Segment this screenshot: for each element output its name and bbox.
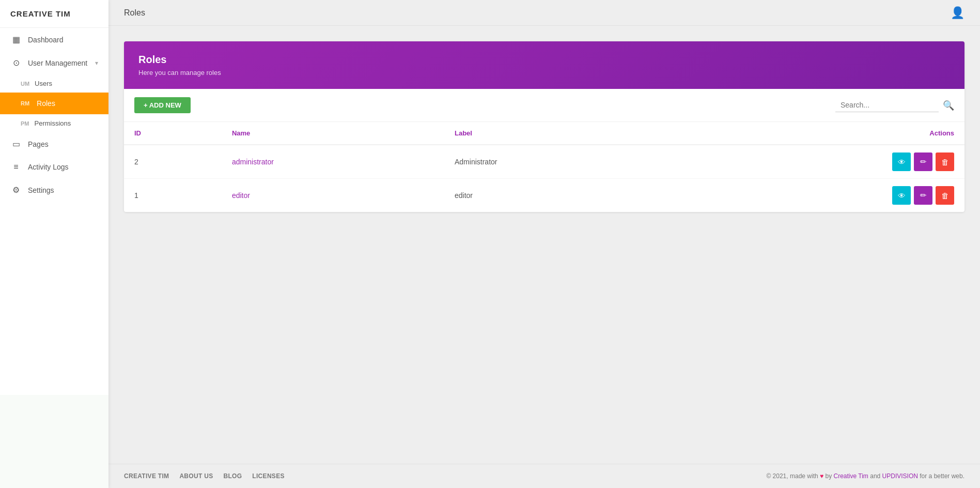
footer-link-blog[interactable]: BLOG <box>223 472 242 480</box>
sidebar-item-settings[interactable]: ⚙ Settings <box>0 178 108 202</box>
col-actions: Actions <box>670 122 965 145</box>
eye-icon: 👁 <box>898 191 906 200</box>
roles-table: ID Name Label Actions 2 administrator Ad… <box>124 122 965 212</box>
edit-icon: ✏ <box>920 191 927 200</box>
sidebar-item-activity-logs[interactable]: ≡ Activity Logs <box>0 156 108 178</box>
sidebar-item-label: Settings <box>28 186 54 194</box>
view-button[interactable]: 👁 <box>892 186 911 205</box>
updivision-link[interactable]: UPDIVISION <box>882 472 918 480</box>
table-header-row: ID Name Label Actions <box>124 122 965 145</box>
cell-name: administrator <box>222 145 444 179</box>
trash-icon: 🗑 <box>941 158 949 166</box>
user-icon[interactable]: 👤 <box>951 6 965 20</box>
footer: CREATIVE TIM ABOUT US BLOG LICENSES © 20… <box>108 464 980 488</box>
edit-icon: ✏ <box>920 157 927 166</box>
cell-id: 2 <box>124 145 222 179</box>
card-header: Roles Here you can manage roles <box>124 41 965 89</box>
dashboard-icon: ▦ <box>10 35 22 44</box>
roles-card: Roles Here you can manage roles + ADD NE… <box>124 41 965 212</box>
cell-actions: 👁 ✏ 🗑 <box>670 179 965 212</box>
edit-button[interactable]: ✏ <box>914 152 932 171</box>
sidebar-item-dashboard[interactable]: ▦ Dashboard <box>0 28 108 51</box>
footer-links: CREATIVE TIM ABOUT US BLOG LICENSES <box>124 472 285 480</box>
roles-badge: RM <box>21 100 29 106</box>
search-input[interactable] <box>835 98 939 112</box>
sidebar-logo: CREATIVE TIM <box>0 0 108 28</box>
action-buttons: 👁 ✏ 🗑 <box>680 152 954 171</box>
creative-tim-link[interactable]: Creative Tim <box>834 472 868 480</box>
cell-id: 1 <box>124 179 222 212</box>
card-toolbar: + ADD NEW 🔍 <box>124 89 965 122</box>
card-header-subtitle: Here you can manage roles <box>138 69 950 77</box>
action-buttons: 👁 ✏ 🗑 <box>680 186 954 205</box>
chevron-down-icon: ▾ <box>95 59 98 67</box>
heart-icon: ♥ <box>820 472 825 480</box>
col-id: ID <box>124 122 222 145</box>
eye-icon: 👁 <box>898 158 906 166</box>
sidebar-item-pages[interactable]: ▭ Pages <box>0 132 108 156</box>
table-row: 2 administrator Administrator 👁 ✏ 🗑 <box>124 145 965 179</box>
roles-table-container: ID Name Label Actions 2 administrator Ad… <box>124 122 965 212</box>
table-row: 1 editor editor 👁 ✏ 🗑 <box>124 179 965 212</box>
card-header-title: Roles <box>138 54 950 66</box>
cell-actions: 👁 ✏ 🗑 <box>670 145 965 179</box>
delete-button[interactable]: 🗑 <box>936 186 954 205</box>
col-name: Name <box>222 122 444 145</box>
users-badge: UM <box>21 81 29 87</box>
page-title: Roles <box>124 8 145 18</box>
footer-link-creative-tim[interactable]: CREATIVE TIM <box>124 472 169 480</box>
sidebar-item-label: Pages <box>28 140 49 148</box>
sidebar: CREATIVE TIM ▦ Dashboard ⊙ User Manageme… <box>0 0 108 488</box>
role-name-link[interactable]: editor <box>232 191 250 200</box>
sidebar-item-label: User Management <box>28 59 87 67</box>
add-new-button[interactable]: + ADD NEW <box>134 97 191 113</box>
sidebar-item-permissions[interactable]: PM Permissions <box>0 114 108 132</box>
settings-icon: ⚙ <box>10 185 22 195</box>
footer-link-licenses[interactable]: LICENSES <box>252 472 284 480</box>
cell-label: Administrator <box>444 145 670 179</box>
cell-label: editor <box>444 179 670 212</box>
sidebar-item-users[interactable]: UM Users <box>0 74 108 93</box>
activity-logs-icon: ≡ <box>10 162 22 172</box>
col-label: Label <box>444 122 670 145</box>
search-icon: 🔍 <box>943 100 954 111</box>
sidebar-nav: ▦ Dashboard ⊙ User Management ▾ UM Users… <box>0 28 108 395</box>
sidebar-bg <box>0 395 108 488</box>
role-name-link[interactable]: administrator <box>232 158 274 166</box>
sidebar-item-label: Permissions <box>35 119 71 127</box>
content-area: Roles Here you can manage roles + ADD NE… <box>108 26 980 464</box>
pages-icon: ▭ <box>10 139 22 149</box>
topbar: Roles 👤 <box>108 0 980 26</box>
sidebar-item-label: Users <box>35 80 52 87</box>
view-button[interactable]: 👁 <box>892 152 911 171</box>
sidebar-item-user-management[interactable]: ⊙ User Management ▾ <box>0 51 108 74</box>
delete-button[interactable]: 🗑 <box>936 152 954 171</box>
user-management-icon: ⊙ <box>10 58 22 68</box>
sidebar-item-label: Activity Logs <box>28 163 69 171</box>
permissions-badge: PM <box>21 120 29 127</box>
search-button[interactable]: 🔍 <box>943 100 954 111</box>
cell-name: editor <box>222 179 444 212</box>
sidebar-item-label: Roles <box>37 99 55 108</box>
edit-button[interactable]: ✏ <box>914 186 932 205</box>
main-content: Roles 👤 Roles Here you can manage roles … <box>108 0 980 488</box>
footer-link-about-us[interactable]: ABOUT US <box>179 472 213 480</box>
trash-icon: 🗑 <box>941 191 949 200</box>
sidebar-item-roles[interactable]: RM Roles <box>0 93 108 114</box>
sidebar-item-label: Dashboard <box>28 36 64 44</box>
footer-copyright: © 2021, made with ♥ by Creative Tim and … <box>766 472 965 480</box>
search-area: 🔍 <box>835 98 954 112</box>
